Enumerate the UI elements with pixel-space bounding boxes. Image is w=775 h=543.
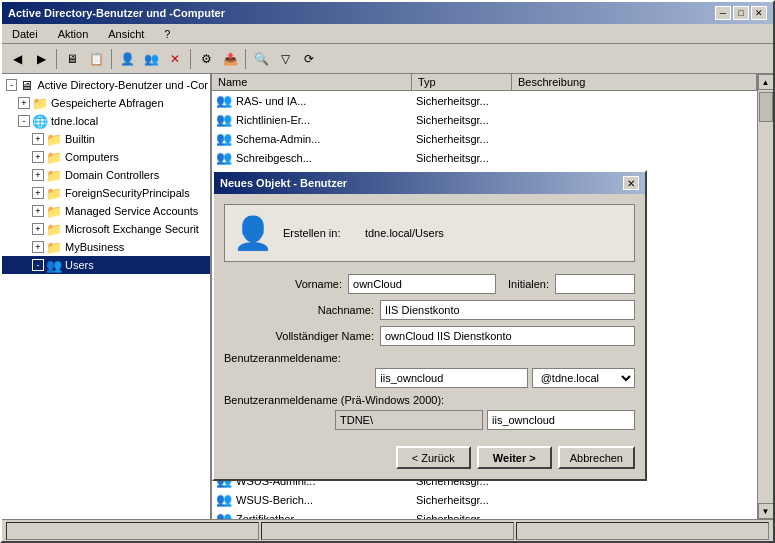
vorname-row: Vorname: Initialen: [224,274,635,294]
menu-datei[interactable]: Datei [6,26,44,42]
fsp-folder-icon: 📁 [46,185,62,201]
list-cell-desc [512,119,757,121]
users-expand-icon[interactable]: - [32,259,44,271]
root-expand-icon[interactable]: - [6,79,17,91]
vollname-input[interactable] [380,326,635,346]
col-type[interactable]: Typ [412,74,512,90]
tree-mybiz-label: MyBusiness [65,241,124,253]
list-cell-type: Sicherheitsgr... [412,132,512,146]
user-avatar-icon: 👤 [233,213,273,253]
vollname-label: Vollständiger Name: [224,330,374,342]
status-section-3 [516,522,769,540]
search-button[interactable]: 🔍 [250,48,272,70]
list-cell-name: 👥 Zertifikather... [212,510,412,519]
close-button[interactable]: ✕ [751,6,767,20]
list-cell-name: 👥 WSUS-Berich... [212,491,412,508]
cancel-dialog-button[interactable]: Abbrechen [558,446,635,469]
list-item[interactable]: 👥 Schema-Admin... Sicherheitsgr... [212,129,757,148]
tree-builtin[interactable]: + 📁 Builtin [2,130,210,148]
list-item[interactable]: 👥 Zertifikather... Sicherheitsgr... [212,509,757,519]
back-button[interactable]: ◀ [6,48,28,70]
scroll-down-arrow[interactable]: ▼ [758,503,774,519]
fsp-expand-icon[interactable]: + [32,187,44,199]
exchange-expand-icon[interactable]: + [32,223,44,235]
pre2000-prefix-input[interactable] [335,410,483,430]
dialog-create-in-section: 👤 Erstellen in: tdne.local/Users [224,204,635,262]
domain-select[interactable]: @tdne.local [532,368,635,388]
initialen-input[interactable] [555,274,635,294]
initialen-label: Initialen: [508,278,549,290]
status-section-2 [261,522,514,540]
menu-bar: Datei Aktion Ansicht ? [2,24,773,44]
list-header: Name Typ Beschreibung [212,74,757,91]
pre2000-row [224,410,635,430]
list-cell-type: Sicherheitsgr... [412,94,512,108]
computers-folder-icon: 📁 [46,149,62,165]
up-button[interactable]: 🖥 [61,48,83,70]
tree-saved-queries[interactable]: + 📁 Gespeicherte Abfragen [2,94,210,112]
tree-mybusiness[interactable]: + 📁 MyBusiness [2,238,210,256]
list-cell-type: Sicherheitsgr... [412,151,512,165]
col-desc[interactable]: Beschreibung [512,74,757,90]
menu-ansicht[interactable]: Ansicht [102,26,150,42]
tree-users[interactable]: - 👥 Users [2,256,210,274]
nachname-row: Nachname: [224,300,635,320]
new-group-button[interactable]: 👥 [140,48,162,70]
nachname-input[interactable] [380,300,635,320]
tree-foreign-security[interactable]: + 📁 ForeignSecurityPrincipals [2,184,210,202]
new-user-button[interactable]: 👤 [116,48,138,70]
username-input[interactable] [375,368,527,388]
tdne-expand-icon[interactable]: - [18,115,30,127]
list-item[interactable]: 👥 RAS- und IA... Sicherheitsgr... [212,91,757,110]
list-cell-desc [512,499,757,501]
pre2000-suffix-input[interactable] [487,410,635,430]
filter-button[interactable]: ▽ [274,48,296,70]
refresh-button[interactable]: ⟳ [298,48,320,70]
vertical-scrollbar[interactable]: ▲ ▼ [757,74,773,519]
dialog-title-text: Neues Objekt - Benutzer [220,177,347,189]
list-cell-type: Sicherheitsgr... [412,512,512,520]
next-dialog-button[interactable]: Weiter > [477,446,552,469]
msa-expand-icon[interactable]: + [32,205,44,217]
tree-domain-controllers[interactable]: + 📁 Domain Controllers [2,166,210,184]
export-button[interactable]: 📤 [219,48,241,70]
list-item[interactable]: 👥 Richtlinien-Er... Sicherheitsgr... [212,110,757,129]
tree-computers[interactable]: + 📁 Computers [2,148,210,166]
scroll-up-arrow[interactable]: ▲ [758,74,774,90]
maximize-button[interactable]: □ [733,6,749,20]
show-button[interactable]: 📋 [85,48,107,70]
minimize-button[interactable]: ─ [715,6,731,20]
status-section-1 [6,522,259,540]
vorname-input[interactable] [348,274,496,294]
tree-dc-label: Domain Controllers [65,169,159,181]
list-item[interactable]: 👥 Schreibgesch... Sicherheitsgr... [212,148,757,167]
back-dialog-button[interactable]: < Zurück [396,446,471,469]
tree-users-label: Users [65,259,94,271]
menu-help[interactable]: ? [158,26,176,42]
toolbar-sep2 [111,49,112,69]
dialog-close-button[interactable]: ✕ [623,176,639,190]
tree-exchange[interactable]: + 📁 Microsoft Exchange Securit [2,220,210,238]
forward-button[interactable]: ▶ [30,48,52,70]
msa-folder-icon: 📁 [46,203,62,219]
list-cell-desc [512,138,757,140]
tree-managed-service[interactable]: + 📁 Managed Service Accounts [2,202,210,220]
saved-expand-icon[interactable]: + [18,97,30,109]
tree-root[interactable]: - 🖥 Active Directory-Benutzer und -Cor [2,76,210,94]
list-item[interactable]: 👥 WSUS-Berich... Sicherheitsgr... [212,490,757,509]
computers-expand-icon[interactable]: + [32,151,44,163]
prop-button[interactable]: ⚙ [195,48,217,70]
content-area: - 🖥 Active Directory-Benutzer und -Cor +… [2,74,773,519]
dialog-new-user: Neues Objekt - Benutzer ✕ 👤 Erstellen in… [212,170,647,481]
mybiz-expand-icon[interactable]: + [32,241,44,253]
col-name[interactable]: Name [212,74,412,90]
delete-button[interactable]: ✕ [164,48,186,70]
menu-aktion[interactable]: Aktion [52,26,95,42]
builtin-expand-icon[interactable]: + [32,133,44,145]
saved-folder-icon: 📁 [32,95,48,111]
tree-tdne[interactable]: - 🌐 tdne.local [2,112,210,130]
tree-root-label: Active Directory-Benutzer und -Cor [37,79,208,91]
window-title: Active Directory-Benutzer und -Computer [8,7,225,19]
dc-expand-icon[interactable]: + [32,169,44,181]
scroll-thumb[interactable] [759,92,773,122]
